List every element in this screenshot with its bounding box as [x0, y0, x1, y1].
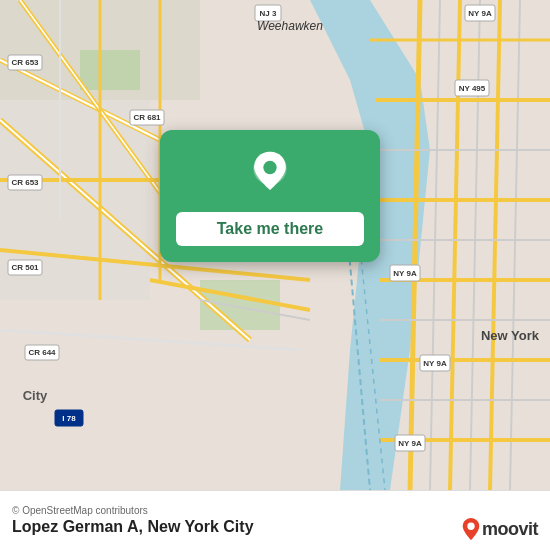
svg-text:NJ 3: NJ 3: [260, 9, 277, 18]
popup-card: Take me there: [160, 130, 380, 262]
svg-text:CR 681: CR 681: [133, 113, 161, 122]
bottom-bar: © OpenStreetMap contributors Lopez Germa…: [0, 490, 550, 550]
svg-text:Weehawken: Weehawken: [257, 19, 323, 33]
svg-point-67: [263, 161, 276, 174]
svg-point-68: [467, 523, 474, 530]
svg-text:NY 495: NY 495: [459, 84, 486, 93]
svg-text:CR 653: CR 653: [11, 178, 39, 187]
svg-rect-4: [80, 50, 140, 90]
moovit-logo: moovit: [462, 518, 538, 540]
svg-text:City: City: [23, 388, 48, 403]
map-attribution: © OpenStreetMap contributors: [12, 505, 538, 516]
location-pin-icon: [245, 150, 295, 200]
map-container: NJ 3 NY 9A NY 495 NY 9A NY 9A NY 9A CR 6…: [0, 0, 550, 490]
moovit-pin-icon: [462, 518, 480, 540]
svg-text:CR 653: CR 653: [11, 58, 39, 67]
svg-text:NY 9A: NY 9A: [398, 439, 422, 448]
take-me-there-button[interactable]: Take me there: [176, 212, 364, 246]
svg-text:NY 9A: NY 9A: [423, 359, 447, 368]
svg-text:NY 9A: NY 9A: [468, 9, 492, 18]
location-title: Lopez German A, New York City: [12, 518, 538, 536]
moovit-label: moovit: [482, 519, 538, 540]
svg-text:CR 501: CR 501: [11, 263, 39, 272]
svg-text:NY 9A: NY 9A: [393, 269, 417, 278]
svg-text:I 78: I 78: [62, 414, 76, 423]
svg-text:CR 644: CR 644: [28, 348, 56, 357]
svg-text:New York: New York: [481, 328, 540, 343]
